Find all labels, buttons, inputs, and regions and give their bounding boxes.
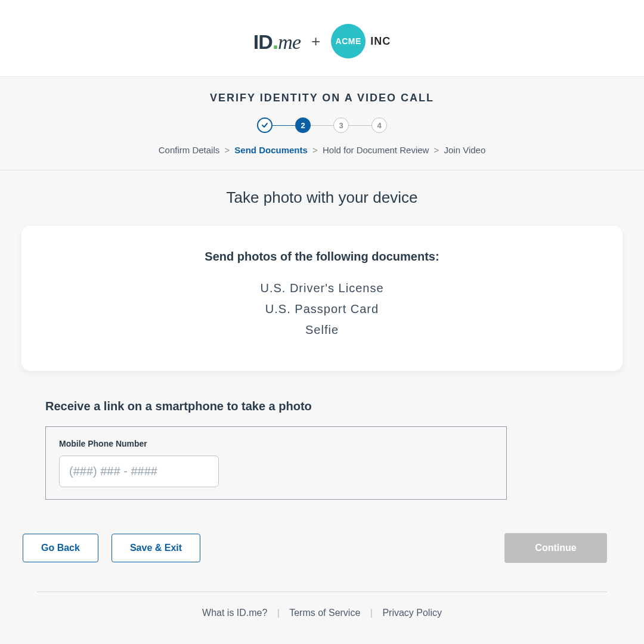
documents-card: Send photos of the following documents: …	[21, 226, 623, 371]
breadcrumb-sep: >	[224, 145, 230, 155]
go-back-button[interactable]: Go Back	[23, 534, 98, 562]
breadcrumb-step-3: Hold for Document Review	[323, 145, 429, 155]
progress-section: VERIFY IDENTITY ON A VIDEO CALL 2 3 4 Co…	[0, 77, 644, 171]
link-heading: Receive a link on a smartphone to take a…	[45, 400, 599, 413]
continue-button[interactable]: Continue	[504, 533, 607, 563]
breadcrumb-step-4: Join Video	[444, 145, 486, 155]
acme-circle: ACME	[331, 24, 366, 58]
card-heading: Send photos of the following documents:	[39, 250, 605, 264]
check-icon	[261, 122, 268, 129]
step-3: 3	[333, 117, 349, 133]
step-2-active: 2	[295, 117, 311, 133]
acme-logo: ACME INC	[331, 24, 391, 58]
main-title: Take photo with your device	[21, 188, 623, 207]
phone-label: Mobile Phone Number	[59, 439, 493, 448]
document-item: U.S. Driver's License	[39, 281, 605, 295]
privacy-link[interactable]: Privacy Policy	[382, 608, 442, 618]
step-1-complete	[257, 117, 273, 133]
step-4: 4	[371, 117, 387, 133]
step-line-1	[273, 125, 295, 126]
phone-box: Mobile Phone Number	[45, 426, 507, 500]
idme-id-text: ID	[253, 30, 273, 53]
acme-inc-text: INC	[370, 35, 391, 48]
plus-icon: +	[311, 32, 320, 51]
page-title: VERIFY IDENTITY ON A VIDEO CALL	[0, 92, 644, 104]
footer-sep: |	[370, 608, 373, 618]
idme-dot: .	[273, 29, 278, 54]
step-line-2	[311, 125, 333, 126]
breadcrumb: Confirm Details > Send Documents > Hold …	[0, 145, 644, 155]
buttons-row: Go Back Save & Exit Continue	[21, 500, 623, 563]
what-is-idme-link[interactable]: What is ID.me?	[202, 608, 267, 618]
document-item: U.S. Passport Card	[39, 302, 605, 316]
step-line-3	[349, 125, 371, 126]
logos-row: ID.me + ACME INC	[0, 24, 644, 58]
stepper: 2 3 4	[0, 117, 644, 133]
idme-me-text: me	[278, 31, 301, 53]
document-item: Selfie	[39, 323, 605, 337]
footer-links: What is ID.me? | Terms of Service | Priv…	[37, 608, 607, 618]
terms-link[interactable]: Terms of Service	[289, 608, 360, 618]
idme-logo: ID.me	[253, 29, 301, 54]
footer-sep: |	[277, 608, 280, 618]
main-content: Take photo with your device Send photos …	[0, 171, 644, 636]
header: ID.me + ACME INC	[0, 0, 644, 77]
breadcrumb-step-2-active: Send Documents	[234, 145, 308, 155]
save-exit-button[interactable]: Save & Exit	[112, 534, 200, 562]
left-buttons: Go Back Save & Exit	[23, 534, 200, 562]
breadcrumb-sep: >	[312, 145, 318, 155]
footer: What is ID.me? | Terms of Service | Priv…	[37, 592, 607, 618]
breadcrumb-sep: >	[434, 145, 439, 155]
breadcrumb-step-1: Confirm Details	[159, 145, 220, 155]
phone-input[interactable]	[59, 456, 219, 487]
